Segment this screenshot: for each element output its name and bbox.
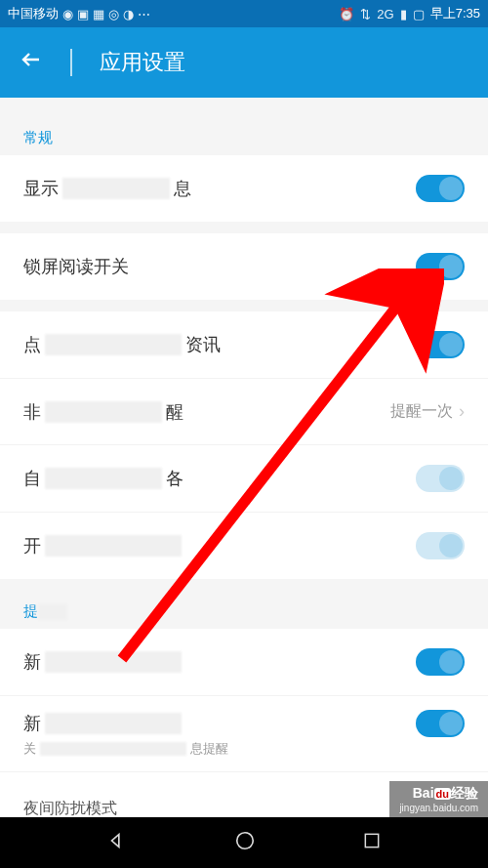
app-icon-more: ⋯ — [138, 7, 150, 21]
svg-rect-2 — [365, 834, 378, 847]
nav-recents-button[interactable] — [362, 831, 382, 854]
toggle-display-info[interactable] — [416, 175, 465, 202]
carrier-label: 中国移动 — [8, 5, 59, 22]
redacted — [38, 604, 67, 620]
signal-type: 2G — [377, 7, 393, 21]
setting-open[interactable]: 开 — [0, 513, 488, 579]
setting-label: 开 — [23, 534, 182, 558]
android-nav-bar — [0, 817, 488, 868]
section-header-reminder: 提 — [0, 591, 488, 629]
setting-label: 新 — [23, 712, 182, 735]
setting-lockscreen-read[interactable]: 锁屏阅读开关 — [0, 233, 488, 300]
redacted — [45, 535, 182, 557]
nav-home-button[interactable] — [234, 830, 256, 855]
section-header-general: 常规 — [0, 117, 488, 155]
setting-new-2[interactable]: 新 关 息提醒 — [0, 696, 488, 772]
app-icon-2: ▣ — [77, 7, 89, 21]
redacted — [45, 334, 182, 355]
status-bar: 中国移动 ◉ ▣ ▦ ◎ ◑ ⋯ ⏰ ⇅ 2G ▮ ▢ 早上7:35 — [0, 0, 488, 27]
alarm-icon: ⏰ — [339, 7, 354, 21]
redacted — [45, 468, 162, 489]
setting-label: 自 各 — [23, 467, 183, 490]
setting-label: 点 资讯 — [23, 333, 221, 356]
toggle-new-1[interactable] — [416, 648, 465, 676]
page-title: 应用设置 — [100, 48, 185, 77]
app-icon-1: ◉ — [62, 7, 73, 21]
setting-news[interactable]: 点 资讯 — [0, 311, 488, 379]
data-icon: ⇅ — [360, 7, 371, 21]
setting-sublabel: 关 息提醒 — [23, 740, 465, 758]
watermark: Baidu经验 jingyan.baidu.com — [389, 781, 488, 817]
setting-value: 提醒一次 — [390, 401, 453, 422]
nav-back-button[interactable] — [106, 830, 128, 855]
app-bar: 应用设置 — [0, 27, 488, 98]
setting-label: 非 醒 — [23, 400, 183, 424]
redacted — [40, 742, 186, 756]
setting-label: 锁屏阅读开关 — [23, 255, 129, 278]
toggle-auto[interactable] — [416, 465, 465, 492]
toggle-open[interactable] — [416, 532, 465, 559]
toggle-lockscreen-read[interactable] — [416, 253, 465, 280]
app-icon-3: ▦ — [93, 7, 104, 21]
divider — [70, 49, 72, 76]
signal-icon: ▮ — [400, 7, 407, 21]
setting-label: 显示 息 — [23, 177, 191, 200]
setting-remind[interactable]: 非 醒 提醒一次 › — [0, 379, 488, 445]
setting-label: 夜间防扰模式 — [23, 799, 117, 819]
redacted — [62, 178, 170, 199]
app-icon-4: ◎ — [108, 7, 119, 21]
setting-label: 新 — [23, 650, 182, 674]
app-icon-5: ◑ — [123, 7, 134, 21]
time-label: 早上7:35 — [430, 5, 480, 22]
toggle-news[interactable] — [416, 331, 465, 358]
svg-point-1 — [237, 833, 254, 849]
setting-auto[interactable]: 自 各 — [0, 445, 488, 513]
setting-new-1[interactable]: 新 — [0, 629, 488, 696]
toggle-new-2[interactable] — [416, 710, 465, 737]
chevron-right-icon: › — [459, 401, 465, 422]
setting-display-info[interactable]: 显示 息 — [0, 155, 488, 222]
redacted — [45, 651, 182, 673]
redacted — [45, 401, 162, 423]
battery-icon: ▢ — [413, 7, 425, 21]
back-button[interactable] — [20, 48, 43, 77]
redacted — [45, 713, 182, 734]
